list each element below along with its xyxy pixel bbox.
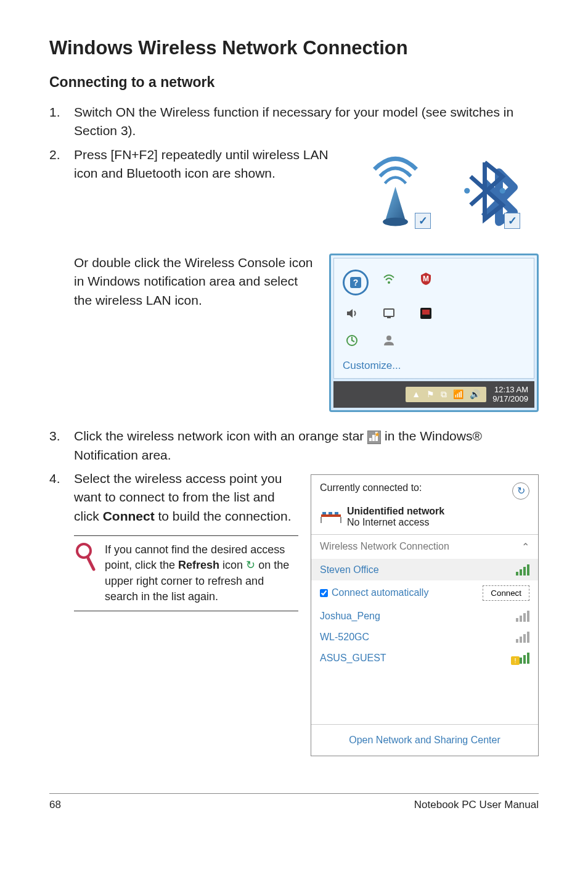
customize-link[interactable]: Customize... (343, 360, 525, 372)
svg-rect-17 (321, 514, 341, 517)
step-number: 3. (49, 427, 74, 464)
svg-point-1 (383, 218, 408, 226)
step-text: Select the wireless access point you wan… (74, 469, 298, 526)
signal-icon (516, 611, 529, 622)
connect-auto-row: Connect automatically Connect (311, 580, 538, 606)
step-number: 4. (49, 469, 74, 526)
page-number: 68 (49, 799, 61, 811)
connect-auto-checkbox[interactable]: Connect automatically (320, 587, 428, 598)
network-access: No Internet access (347, 517, 444, 528)
network-id-icon (320, 508, 342, 526)
svg-rect-9 (384, 309, 394, 316)
taskbar: ▲ ⚑ ⧉ 📶 🔊 12:13 AM 9/17/2009 (333, 381, 534, 408)
open-network-center-link[interactable]: Open Network and Sharing Center (311, 724, 538, 756)
magnifier-icon (74, 542, 96, 604)
step-text: Switch ON the Wireless function if neces… (74, 103, 539, 141)
taskbar-flag-icon[interactable]: ⚑ (427, 389, 435, 399)
step-2: 2. Press [FN+F2] repeatedly until wirele… (49, 146, 348, 183)
taskbar-bt-icon[interactable]: ⧉ (441, 389, 447, 400)
section-subtitle: Connecting to a network (49, 74, 539, 91)
check-badge-icon (504, 213, 520, 229)
collapse-icon[interactable]: ⌃ (521, 541, 529, 553)
note-box: If you cannot find the desired access po… (74, 535, 298, 611)
connect-button[interactable]: Connect (483, 585, 529, 601)
svg-point-6 (388, 281, 390, 284)
network-item[interactable]: ASUS_GUEST (311, 648, 538, 669)
tray-volume-icon[interactable] (343, 304, 361, 323)
svg-rect-19 (329, 512, 332, 514)
system-tray-popup: ? M (329, 254, 539, 412)
page-title: Windows Wireless Network Connection (49, 37, 539, 59)
bluetooth-icon (449, 152, 520, 229)
wireless-section-label: Wireless Network Connection (320, 541, 449, 553)
svg-marker-0 (385, 187, 406, 222)
step-number: 2. (49, 146, 74, 183)
network-item[interactable]: Steven Office (311, 559, 538, 580)
footer-label: Notebook PC User Manual (414, 799, 539, 811)
note-text: If you cannot find the desired access po… (105, 542, 298, 604)
tray-wifi-icon[interactable] (380, 270, 398, 288)
check-badge-icon (415, 213, 431, 229)
taskbar-arrow-icon[interactable]: ▲ (412, 389, 420, 399)
step-number: 1. (49, 103, 74, 141)
svg-rect-18 (322, 512, 326, 514)
tray-sync-icon[interactable] (343, 331, 361, 350)
tray-monitor-icon[interactable] (380, 304, 398, 323)
tray-app-icon[interactable] (417, 304, 435, 323)
network-item[interactable]: WL-520GC (311, 627, 538, 648)
svg-line-16 (88, 557, 94, 569)
step-3: 3. Click the wireless network icon with … (49, 427, 539, 464)
taskbar-network-icon[interactable]: 📶 (453, 389, 463, 399)
step-text: Press [FN+F2] repeatedly until wireless … (74, 146, 348, 183)
svg-rect-12 (422, 310, 430, 315)
signal-shield-icon (516, 653, 529, 664)
step-text: Click the wireless network icon with an … (74, 427, 539, 464)
taskbar-date: 9/17/2009 (492, 394, 528, 404)
network-flyout: Currently connected to: ↻ Unidentified n… (311, 474, 539, 756)
svg-text:?: ? (353, 278, 359, 287)
svg-rect-10 (387, 317, 391, 318)
tray-mcafee-icon[interactable]: M (417, 270, 435, 288)
svg-point-14 (386, 336, 391, 340)
network-name: Unidentified network (347, 506, 444, 517)
taskbar-speaker-icon[interactable]: 🔊 (470, 389, 480, 399)
network-item[interactable]: Joshua_Peng (311, 606, 538, 627)
svg-rect-20 (335, 512, 338, 514)
wireless-star-icon (367, 431, 381, 444)
wifi-antenna-icon (360, 152, 431, 229)
refresh-button[interactable]: ↻ (512, 482, 529, 500)
svg-point-3 (500, 188, 505, 194)
refresh-inline-icon: ↻ (246, 558, 255, 573)
step-text: Or double click the Wireless Console ico… (74, 254, 317, 310)
svg-marker-8 (347, 309, 353, 318)
svg-point-2 (464, 188, 470, 194)
tray-user-icon[interactable] (380, 331, 398, 350)
signal-icon (516, 564, 529, 576)
step-1: 1. Switch ON the Wireless function if ne… (49, 103, 539, 141)
step-2b: Or double click the Wireless Console ico… (49, 254, 317, 310)
svg-text:M: M (423, 274, 429, 283)
wireless-console-icon[interactable]: ? (343, 270, 369, 295)
page-footer: 68 Notebook PC User Manual (49, 793, 539, 811)
signal-icon (516, 632, 529, 643)
connected-to-label: Currently connected to: (320, 482, 422, 493)
step-4: 4. Select the wireless access point you … (49, 469, 298, 526)
svg-point-15 (77, 544, 91, 558)
taskbar-time: 12:13 AM (492, 385, 528, 395)
